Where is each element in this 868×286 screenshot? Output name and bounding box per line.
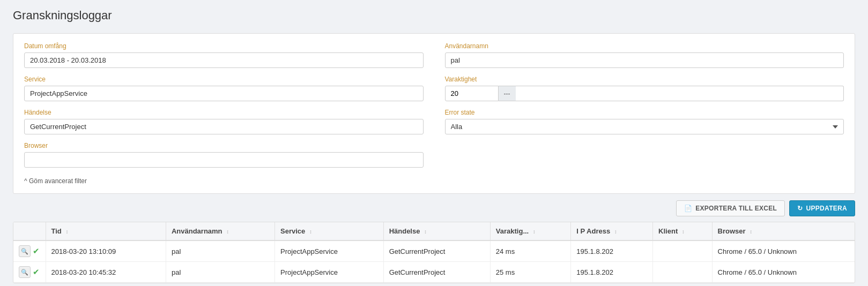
page-title: Granskningsloggar — [13, 9, 855, 22]
varaktighet-max-input[interactable] — [516, 86, 844, 101]
th-handelse-label: Händelse — [389, 227, 420, 235]
th-varaktighet[interactable]: Varaktig... ↕ — [490, 222, 571, 240]
service-label: Service — [24, 76, 424, 83]
row-service-cell: ProjectAppService — [275, 240, 384, 262]
handelse-label: Händelse — [24, 109, 424, 116]
th-handelse[interactable]: Händelse ↕ — [383, 222, 490, 240]
status-ok-icon: ✔ — [33, 246, 40, 256]
row-anvandarnamn-cell: pal — [166, 262, 275, 283]
update-label: UPPDATERA — [806, 205, 847, 212]
toggle-filter-link[interactable]: ^ Göm avancerat filter — [24, 177, 87, 185]
row-search-button[interactable]: 🔍 — [19, 245, 31, 257]
datum-label: Datum omfång — [24, 42, 424, 50]
row-browser-cell: Chrome / 65.0 / Unknown — [712, 240, 855, 262]
row-handelse-cell: GetCurrentProject — [383, 262, 490, 283]
browser-input[interactable] — [24, 152, 424, 168]
handelse-input[interactable] — [24, 119, 424, 134]
error-state-select[interactable]: Alla Error OK — [445, 119, 844, 134]
th-anvandarnamn[interactable]: Användarnamn ↕ — [166, 222, 275, 240]
row-ip_adress-cell: 195.1.8.202 — [571, 240, 653, 262]
filter-row-browser: Browser — [24, 142, 424, 168]
browser-label: Browser — [24, 142, 424, 149]
action-cell: 🔍 ✔ — [19, 245, 40, 257]
refresh-icon: ↻ — [797, 205, 803, 212]
table-header: Tid ↕ Användarnamn ↕ Service ↕ Händelse … — [13, 222, 855, 240]
th-ip-adress-label: I P Adress — [576, 227, 610, 235]
th-service-label: Service — [280, 227, 305, 235]
row-service-cell: ProjectAppService — [275, 262, 384, 283]
th-actions — [13, 222, 46, 240]
filter-row-anvandarnamn: Användarnamn — [445, 42, 844, 68]
row-actions-cell: 🔍 ✔ — [13, 262, 46, 283]
filter-row-handelse: Händelse — [24, 109, 424, 134]
results-table: Tid ↕ Användarnamn ↕ Service ↕ Händelse … — [13, 222, 855, 283]
row-varaktighet-cell: 25 ms — [490, 262, 571, 283]
row-browser-cell: Chrome / 65.0 / Unknown — [712, 262, 855, 283]
row-ip_adress-cell: 195.1.8.202 — [571, 262, 653, 283]
filter-row-varaktighet: Varaktighet --- — [445, 76, 844, 101]
filter-left-col: Datum omfång Service Händelse Browser — [24, 42, 424, 175]
th-service[interactable]: Service ↕ — [275, 222, 384, 240]
row-handelse-cell: GetCurrentProject — [383, 240, 490, 262]
service-input[interactable] — [24, 86, 424, 101]
export-button[interactable]: 📄 EXPORTERA TILL EXCEL — [676, 200, 785, 216]
filter-grid: Datum omfång Service Händelse Browser — [24, 42, 844, 175]
row-tid-cell: 2018-03-20 10:45:32 — [46, 262, 166, 283]
header-row: Tid ↕ Användarnamn ↕ Service ↕ Händelse … — [13, 222, 855, 240]
row-search-button[interactable]: 🔍 — [19, 266, 31, 278]
action-cell: 🔍 ✔ — [19, 266, 40, 278]
anvandarnamn-input[interactable] — [445, 52, 844, 68]
th-tid[interactable]: Tid ↕ — [46, 222, 166, 240]
varaktighet-row: --- — [445, 86, 844, 101]
status-ok-icon: ✔ — [33, 267, 40, 277]
th-ip-adress-sort-icon: ↕ — [614, 229, 617, 235]
th-klient[interactable]: Klient ↕ — [653, 222, 712, 240]
filter-row-service: Service — [24, 76, 424, 101]
th-browser-sort-icon: ↕ — [750, 229, 752, 235]
th-klient-sort-icon: ↕ — [682, 229, 685, 235]
action-bar: 📄 EXPORTERA TILL EXCEL ↻ UPPDATERA — [13, 200, 855, 216]
filter-row-datum: Datum omfång — [24, 42, 424, 68]
th-handelse-sort-icon: ↕ — [424, 229, 427, 235]
th-anvandarnamn-label: Användarnamn — [172, 227, 222, 235]
varaktighet-min-input[interactable] — [445, 86, 499, 101]
filter-right-col: Användarnamn Varaktighet --- Error state… — [445, 42, 844, 175]
excel-icon: 📄 — [684, 205, 692, 212]
table-container: Tid ↕ Användarnamn ↕ Service ↕ Händelse … — [13, 222, 855, 283]
row-tid-cell: 2018-03-20 13:10:09 — [46, 240, 166, 262]
update-button[interactable]: ↻ UPPDATERA — [789, 200, 855, 216]
datum-input[interactable] — [24, 52, 424, 68]
row-klient-cell — [653, 240, 712, 262]
row-anvandarnamn-cell: pal — [166, 240, 275, 262]
table-body: 🔍 ✔ 2018-03-20 13:10:09palProjectAppServ… — [13, 240, 855, 283]
th-ip-adress[interactable]: I P Adress ↕ — [571, 222, 653, 240]
table-row: 🔍 ✔ 2018-03-20 13:10:09palProjectAppServ… — [13, 240, 855, 262]
anvandarnamn-label: Användarnamn — [445, 42, 844, 50]
row-actions-cell: 🔍 ✔ — [13, 240, 46, 262]
error-state-label: Error state — [445, 109, 844, 116]
row-varaktighet-cell: 24 ms — [490, 240, 571, 262]
th-service-sort-icon: ↕ — [309, 229, 312, 235]
toggle-filter-label: ^ Göm avancerat filter — [24, 177, 87, 185]
th-varaktighet-sort-icon: ↕ — [533, 229, 536, 235]
table-row: 🔍 ✔ 2018-03-20 10:45:32palProjectAppServ… — [13, 262, 855, 283]
varaktighet-separator: --- — [499, 86, 516, 101]
th-tid-label: Tid — [51, 227, 62, 235]
th-tid-sort-icon: ↕ — [65, 229, 68, 235]
th-klient-label: Klient — [658, 227, 678, 235]
th-varaktighet-label: Varaktig... — [496, 227, 529, 235]
th-browser-label: Browser — [718, 227, 746, 235]
varaktighet-label: Varaktighet — [445, 76, 844, 83]
row-klient-cell — [653, 262, 712, 283]
th-browser[interactable]: Browser ↕ — [712, 222, 855, 240]
th-anvandarnamn-sort-icon: ↕ — [226, 229, 229, 235]
export-label: EXPORTERA TILL EXCEL — [695, 205, 777, 212]
filter-row-error-state: Error state Alla Error OK — [445, 109, 844, 134]
filter-section: Datum omfång Service Händelse Browser — [13, 33, 855, 194]
page-container: Granskningsloggar Datum omfång Service H… — [0, 0, 868, 286]
